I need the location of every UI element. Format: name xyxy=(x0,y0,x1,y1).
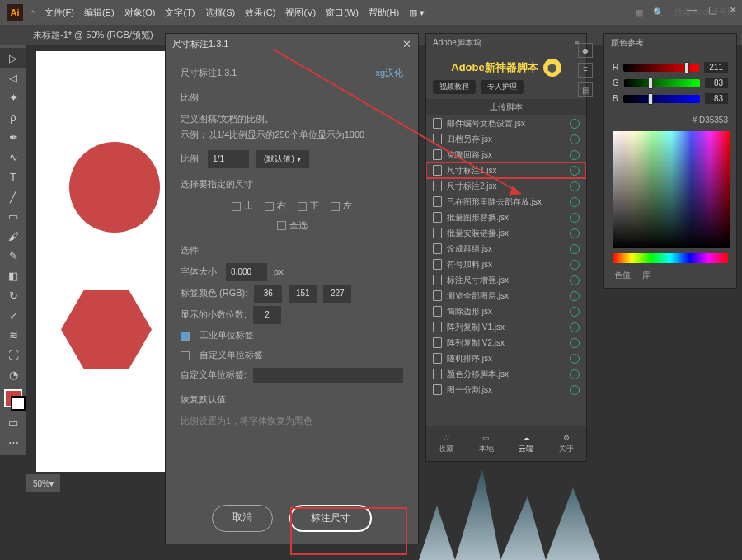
script-item[interactable]: 简除边形.jsx↓ xyxy=(426,304,586,319)
cb-custom[interactable] xyxy=(181,351,190,360)
panel-icon-1[interactable]: ◆ xyxy=(578,43,593,58)
localization-link[interactable]: xg汉化 xyxy=(375,65,403,82)
lasso-tool[interactable]: ρ xyxy=(0,107,26,127)
b-slider[interactable] xyxy=(623,95,700,103)
rgb-r-input[interactable]: 36 xyxy=(254,285,282,303)
script-item[interactable]: 阵列复制 V2.jsx↓ xyxy=(426,335,586,351)
decimals-input[interactable]: 2 xyxy=(253,306,281,324)
rgb-g-input[interactable]: 151 xyxy=(289,285,317,303)
tab-library[interactable]: 库 xyxy=(642,270,650,281)
bottom-local[interactable]: ▭本地 xyxy=(479,434,494,454)
download-icon[interactable]: ↓ xyxy=(570,307,580,317)
red-circle-shape[interactable] xyxy=(69,142,160,233)
rgb-b-input[interactable]: 227 xyxy=(323,285,351,303)
menu-help[interactable]: 帮助(H) xyxy=(369,7,399,19)
shape-builder-tool[interactable]: ◔ xyxy=(0,365,26,384)
home-icon[interactable]: ⌂ xyxy=(30,7,36,19)
panel-icon-2[interactable]: Ξ xyxy=(578,63,593,78)
script-item[interactable]: 颜色分移脚本.jsx↓ xyxy=(426,366,586,382)
download-icon[interactable]: ↓ xyxy=(570,197,580,207)
toolbar-options[interactable]: ⋯ xyxy=(0,432,26,452)
download-icon[interactable]: ↓ xyxy=(570,244,580,254)
line-tool[interactable]: ╱ xyxy=(0,186,26,206)
cancel-button[interactable]: 取消 xyxy=(212,505,273,532)
script-item[interactable]: 符号加料.jsx↓ xyxy=(426,256,586,272)
script-item[interactable]: 随机排序.jsx↓ xyxy=(426,351,586,366)
download-icon[interactable]: ↓ xyxy=(570,338,580,348)
script-item[interactable]: 标注尺寸增强.jsx↓ xyxy=(426,272,586,288)
g-slider[interactable] xyxy=(624,79,700,87)
script-item[interactable]: 尺寸标注2.jsx↓ xyxy=(426,178,586,194)
script-list[interactable]: 邮件编号文档设置.jsx↓归档另存.jsx↓克隆回路.jsx↓尺寸标注1.jsx… xyxy=(426,115,586,398)
download-icon[interactable]: ↓ xyxy=(570,181,580,191)
menu-view[interactable]: 视图(V) xyxy=(285,7,316,19)
script-item[interactable]: 邮件编号文档设置.jsx↓ xyxy=(426,115,586,131)
dialog-close-icon[interactable]: ✕ xyxy=(402,38,411,50)
eraser-tool[interactable]: ◧ xyxy=(0,266,26,285)
tab-swatch[interactable]: 色值 xyxy=(614,270,631,281)
pen-tool[interactable]: ✒ xyxy=(0,127,26,147)
tab-support[interactable]: 专人护理 xyxy=(481,80,524,94)
download-icon[interactable]: ↓ xyxy=(570,134,580,144)
script-item[interactable]: 设成群组.jsx↓ xyxy=(426,241,586,256)
download-icon[interactable]: ↓ xyxy=(570,275,580,285)
cb-down[interactable] xyxy=(298,202,307,211)
close-icon[interactable]: ✕ xyxy=(729,4,737,16)
script-item[interactable]: 归档另存.jsx↓ xyxy=(426,131,586,147)
cb-left[interactable] xyxy=(331,202,340,211)
script-item[interactable]: 克隆回路.jsx↓ xyxy=(426,147,586,162)
menu-bookmark-icon[interactable]: ▥ ▾ xyxy=(409,7,425,18)
red-hexagon-shape[interactable] xyxy=(61,290,152,369)
download-icon[interactable]: ↓ xyxy=(570,150,580,160)
width-tool[interactable]: ≋ xyxy=(0,325,26,345)
panel-icon-3[interactable]: ▤ xyxy=(578,82,593,97)
screen-mode-tool[interactable]: ▭ xyxy=(0,412,26,432)
hex-value[interactable]: # D35353 xyxy=(604,114,736,126)
download-icon[interactable]: ↓ xyxy=(570,166,580,176)
script-item[interactable]: 图一分割.jsx↓ xyxy=(426,382,586,398)
scale-default-dropdown[interactable]: (默认值) ▾ xyxy=(256,150,308,168)
grid-icon[interactable]: ▦ xyxy=(635,7,643,18)
bottom-fav[interactable]: ♡收藏 xyxy=(439,434,453,454)
shaper-tool[interactable]: ✎ xyxy=(0,246,26,266)
tab-video[interactable]: 视频教程 xyxy=(433,80,476,94)
menu-select[interactable]: 选择(S) xyxy=(205,7,236,19)
menu-object[interactable]: 对象(O) xyxy=(124,7,156,19)
g-value[interactable]: 83 xyxy=(705,78,728,88)
maximize-icon[interactable]: ▢ xyxy=(708,4,717,16)
cb-up[interactable] xyxy=(232,202,241,211)
r-slider[interactable] xyxy=(623,64,699,72)
type-tool[interactable]: T xyxy=(0,167,26,186)
cb-right[interactable] xyxy=(265,202,274,211)
minimize-icon[interactable]: — xyxy=(687,4,697,16)
color-picker[interactable] xyxy=(613,131,730,248)
zoom-selector[interactable]: 50% ▾ xyxy=(26,474,60,492)
download-icon[interactable]: ↓ xyxy=(570,385,580,395)
scale-tool[interactable]: ⤢ xyxy=(0,305,26,325)
download-icon[interactable]: ↓ xyxy=(570,322,580,332)
cb-industrial[interactable] xyxy=(181,332,190,341)
hue-slider[interactable] xyxy=(613,253,728,263)
free-transform-tool[interactable]: ⛶ xyxy=(0,345,26,365)
rectangle-tool[interactable]: ▭ xyxy=(0,206,26,226)
bottom-about[interactable]: ⚙关于 xyxy=(559,434,574,454)
wand-tool[interactable]: ✦ xyxy=(0,87,26,107)
bottom-cloud[interactable]: ☁云端 xyxy=(519,434,533,454)
script-item[interactable]: 批量安装链接.jsx↓ xyxy=(426,225,586,241)
script-item[interactable]: 批量图形替换.jsx↓ xyxy=(426,209,586,225)
direct-select-tool[interactable]: ◁ xyxy=(0,68,26,87)
script-item[interactable]: 阵列复制 V1.jsx↓ xyxy=(426,319,586,335)
menu-edit[interactable]: 编辑(E) xyxy=(84,7,115,19)
selection-tool[interactable]: ▷ xyxy=(0,48,26,68)
download-icon[interactable]: ↓ xyxy=(570,369,580,379)
script-item[interactable]: 测览全部图层.jsx↓ xyxy=(426,288,586,304)
menu-effect[interactable]: 效果(C) xyxy=(245,7,275,19)
brush-tool[interactable]: 🖌 xyxy=(0,226,26,246)
b-value[interactable]: 83 xyxy=(705,93,728,104)
script-item[interactable]: 已在图形里除去部存放.jsx↓ xyxy=(426,194,586,209)
r-value[interactable]: 211 xyxy=(704,62,728,73)
download-icon[interactable]: ↓ xyxy=(570,228,580,238)
script-item[interactable]: 尺寸标注1.jsx↓ xyxy=(426,162,586,178)
curvature-tool[interactable]: ∿ xyxy=(0,147,26,167)
canvas[interactable] xyxy=(36,51,168,472)
